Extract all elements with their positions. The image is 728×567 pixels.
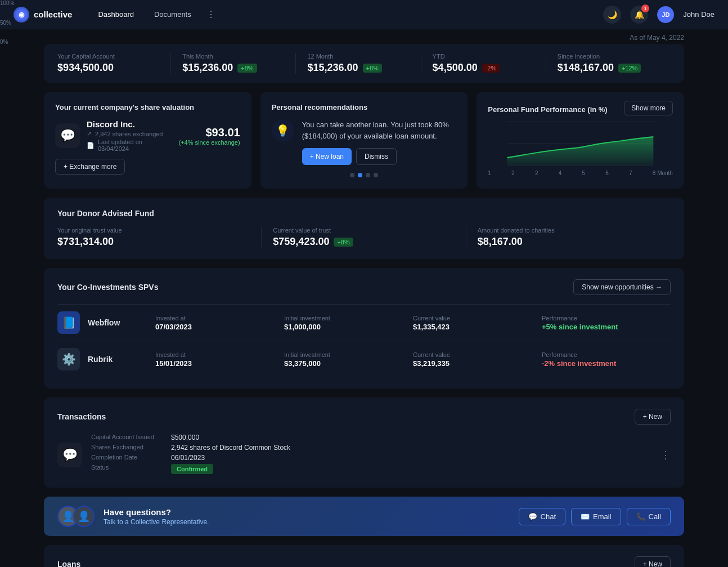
webflow-name: Webflow <box>88 318 155 327</box>
stat-badge-12month: +8% <box>363 64 382 73</box>
new-loan-button[interactable]: + New loan <box>302 148 352 165</box>
stat-badge-month: +8% <box>237 64 257 73</box>
dismiss-button[interactable]: Dismiss <box>356 148 397 165</box>
stat-value: $4,500.00 -2% <box>433 62 534 74</box>
transactions-header: Transactions + New <box>57 409 671 425</box>
call-button[interactable]: 📞 Call <box>627 508 671 525</box>
stat-label: YTD <box>433 53 534 60</box>
dot-4[interactable] <box>374 173 378 177</box>
chat-button[interactable]: 💬 Chat <box>519 508 565 525</box>
co-investment-row-rubrik: ⚙️ Rubrik Invested at 15/01/2023 Initial… <box>57 341 671 377</box>
rubrik-invested-at: Invested at 15/01/2023 <box>155 351 284 368</box>
donor-stat-value: $759,423.00 +8% <box>273 236 454 248</box>
price-value: $93.01 <box>179 126 240 139</box>
user-avatar[interactable]: JD <box>657 6 674 23</box>
rubrik-initial-investment: Initial investment $3,375,000 <box>284 351 413 368</box>
logo-text: collective <box>34 10 72 19</box>
stat-label: 12 Month <box>307 53 409 60</box>
webflow-performance: Performance +5% since investment <box>542 315 671 331</box>
phone-icon: 📞 <box>636 512 645 521</box>
transactions-card: Transactions + New 💬 Capital Account Iss… <box>44 398 684 488</box>
new-loan-btn[interactable]: + New <box>635 556 671 567</box>
stat-badge-inception: +12% <box>618 64 641 73</box>
stat-capital-account: Your Capital Account $934,500.00 <box>57 53 171 74</box>
donor-stat-donated: Amount donated to charities $8,167.00 <box>466 227 671 248</box>
share-valuation-card: Your current company's share valuation 💬… <box>44 92 251 189</box>
chart-y-labels: 100% 50% 0% <box>0 0 15 45</box>
nav-links: Dashboard Documents ⋮ <box>90 7 603 23</box>
support-avatars: 👤 👤 <box>57 506 95 527</box>
support-text: Have questions? Talk to a Collective Rep… <box>104 507 519 526</box>
company-row: 💬 Discord Inc. ↗ 2,942 shares exchanged … <box>55 119 240 152</box>
dot-2[interactable] <box>358 173 362 177</box>
stat-label: This Month <box>182 53 284 60</box>
price-change: (+4% since exchange) <box>179 139 240 146</box>
webflow-perf-value: +5% since investment <box>542 323 671 331</box>
tx-field-status: Status Confirmed <box>91 464 651 474</box>
dot-3[interactable] <box>366 173 370 177</box>
company-last-updated: 📄 Last updated on 03/04/2024 <box>87 139 172 152</box>
donor-stat-label: Amount donated to charities <box>478 227 659 234</box>
transaction-options-dots[interactable]: ⋮ <box>660 449 671 461</box>
tx-field-shares: Shares Exchanged 2,942 shares of Discord… <box>91 444 651 452</box>
stat-value: $15,236.00 +8% <box>307 62 409 74</box>
share-valuation-title: Your current company's share valuation <box>55 103 240 111</box>
email-button[interactable]: ✉️ Email <box>571 508 621 525</box>
rec-icon: 💡 <box>272 119 294 142</box>
stat-label: Your Capital Account <box>57 53 159 60</box>
stat-since-inception: Since Inception $148,167.00 +12% <box>546 53 671 74</box>
donor-stat-original: Your original trust value $731,314.00 <box>57 227 262 248</box>
nav-link-documents[interactable]: Documents <box>146 7 199 23</box>
rubrik-perf-value: -2% since investment <box>542 359 671 368</box>
notifications-button[interactable]: 🔔 1 <box>630 6 648 24</box>
support-title: Have questions? <box>104 507 519 517</box>
notification-badge: 1 <box>641 5 649 12</box>
company-price: $93.01 (+4% since exchange) <box>179 126 240 146</box>
stat-badge-ytd: -2% <box>482 64 500 73</box>
transactions-title: Transactions <box>57 412 106 421</box>
donor-stat-value: $8,167.00 <box>478 236 659 248</box>
dot-1[interactable] <box>350 173 354 177</box>
tx-field-date: Completion Date 06/01/2023 <box>91 454 651 462</box>
co-investments-header: Your Co-Investments SPVs Show new opport… <box>57 279 671 295</box>
stat-this-month: This Month $15,236.00 +8% <box>171 53 296 74</box>
transaction-details: Capital Account Issued $500,000 Shares E… <box>91 434 651 476</box>
company-meta: ↗ 2,942 shares exchanged <box>87 130 172 137</box>
top-grid: Your current company's share valuation 💬… <box>44 92 684 189</box>
chart-x-labels: 1 2 2 4 5 6 7 8 Month <box>488 170 673 176</box>
stat-value: $148,167.00 +12% <box>558 62 659 74</box>
nav-right: 🌙 🔔 1 JD John Doe <box>603 6 714 24</box>
rec-body: You can take another loan. You just took… <box>302 119 457 165</box>
loans-card: Loans + New Type Option Exercise Loan Am… <box>44 545 684 567</box>
stat-value: $934,500.00 <box>57 62 159 74</box>
nav-more-dots[interactable]: ⋮ <box>204 7 219 23</box>
support-subtitle: Talk to a Collective Representative. <box>104 518 519 526</box>
new-transaction-button[interactable]: + New <box>635 409 671 425</box>
company-name: Discord Inc. <box>87 119 172 129</box>
loans-header: Loans + New <box>57 556 671 567</box>
dot-indicators <box>272 173 457 177</box>
stat-ytd: YTD $4,500.00 -2% <box>421 53 546 74</box>
exchange-more-button[interactable]: + Exchange more <box>55 159 125 175</box>
recommendations-title: Personal recommendations <box>272 103 457 111</box>
transaction-row: 💬 Capital Account Issued $500,000 Shares… <box>57 434 671 476</box>
support-actions: 💬 Chat ✉️ Email 📞 Call <box>519 508 671 525</box>
stat-label: Since Inception <box>558 53 659 60</box>
stat-12month: 12 Month $15,236.00 +8% <box>296 53 421 74</box>
show-more-button[interactable]: Show more <box>624 101 673 115</box>
donor-stat-label: Your original trust value <box>57 227 250 234</box>
donor-fund-card: Your Donor Advised Fund Your original tr… <box>44 198 684 259</box>
webflow-current-value: Current value $1,335,423 <box>413 315 542 331</box>
donor-stat-value: $731,314.00 <box>57 236 250 248</box>
logo[interactable]: ◉ collective <box>14 7 72 23</box>
dark-mode-toggle[interactable]: 🌙 <box>603 6 621 24</box>
as-of-date: As of May 4, 2022 <box>44 29 684 44</box>
show-opportunities-button[interactable]: Show new opportunities → <box>573 279 671 295</box>
support-avatar-2: 👤 <box>73 506 95 527</box>
stat-value: $15,236.00 +8% <box>182 62 284 74</box>
rec-message: You can take another loan. You just took… <box>302 119 457 141</box>
support-bar: 👤 👤 Have questions? Talk to a Collective… <box>44 497 684 536</box>
donor-badge: +8% <box>334 238 353 247</box>
nav-link-dashboard[interactable]: Dashboard <box>90 7 142 23</box>
co-investments-title: Your Co-Investments SPVs <box>57 283 158 292</box>
